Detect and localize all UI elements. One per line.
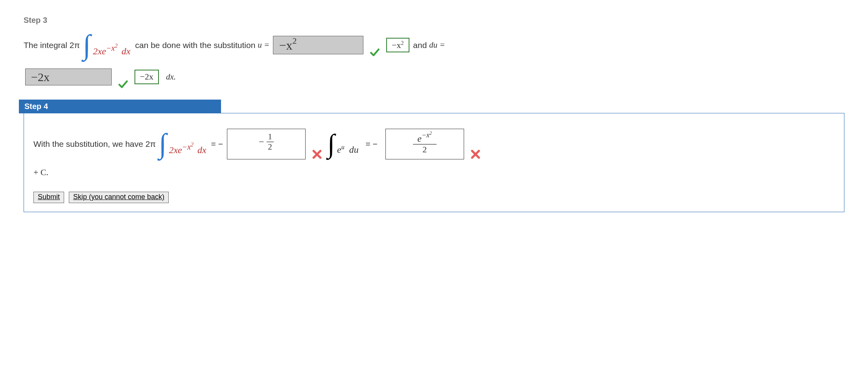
step3-text1: The integral 2π	[24, 41, 82, 50]
check-icon	[118, 79, 128, 89]
cross-icon	[312, 149, 322, 159]
eu-du: eu du	[337, 144, 359, 155]
du-eq: du =	[429, 40, 445, 50]
step3-integral: ∫ 2xe−x2 dx	[83, 29, 132, 61]
integral-sign-icon: ∫	[159, 128, 167, 159]
step4-integral: ∫ 2xe−x2 dx	[159, 128, 208, 160]
middle-int: ∫ eu du	[328, 128, 359, 159]
step-4-header: Step 4	[19, 100, 221, 113]
step3-text2: can be done with the substitution	[135, 41, 258, 50]
step3-line2: −2x −2x dx.	[24, 68, 844, 85]
and-du-text: and	[413, 41, 429, 50]
step4-text1: With the substitution, we have 2π	[33, 139, 158, 148]
step3-line1: The integral 2π ∫ 2xe−x2 dx can be done …	[24, 29, 844, 61]
button-row: Submit Skip (you cannot come back)	[33, 192, 835, 203]
answer-box-u[interactable]: −x2	[273, 36, 363, 55]
integral-sign-icon: ∫	[328, 129, 335, 159]
correct-box-u: −x2	[386, 38, 409, 53]
integrand2: 2xe−x2 dx	[169, 145, 206, 155]
step4-box: With the substitution, we have 2π ∫ 2xe−…	[24, 113, 844, 212]
correct-box-du: −2x	[135, 70, 159, 84]
integrand: 2xe−x2 dx	[93, 46, 130, 56]
submit-button[interactable]: Submit	[33, 192, 64, 203]
cross-icon	[470, 149, 481, 159]
skip-button[interactable]: Skip (you cannot come back)	[69, 192, 169, 203]
integral-sign-icon: ∫	[83, 29, 91, 61]
answer-box-du[interactable]: −2x	[25, 68, 112, 85]
eq-neg: = −	[211, 139, 223, 148]
step4-line1: With the substitution, we have 2π ∫ 2xe−…	[33, 128, 835, 160]
check-icon	[370, 47, 380, 57]
answer-box-second[interactable]: e−x2 2	[385, 129, 464, 159]
eq-neg-2: = −	[365, 139, 377, 148]
answer-box-first[interactable]: − 1 2	[227, 129, 306, 159]
u-equals: u =	[258, 40, 271, 50]
dx-dot: dx.	[166, 72, 176, 81]
plus-c: + C.	[33, 167, 835, 178]
step-3-header: Step 3	[24, 16, 844, 25]
